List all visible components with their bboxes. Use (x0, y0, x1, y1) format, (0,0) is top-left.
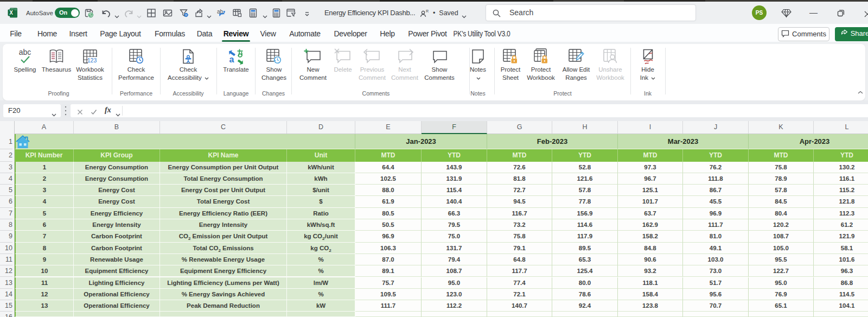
svg-text:123: 123 (87, 57, 97, 64)
svg-text:R: R (426, 9, 429, 13)
svg-text:a: a (229, 55, 234, 64)
svg-text:abc: abc (19, 48, 31, 56)
svg-text:X: X (9, 10, 13, 16)
